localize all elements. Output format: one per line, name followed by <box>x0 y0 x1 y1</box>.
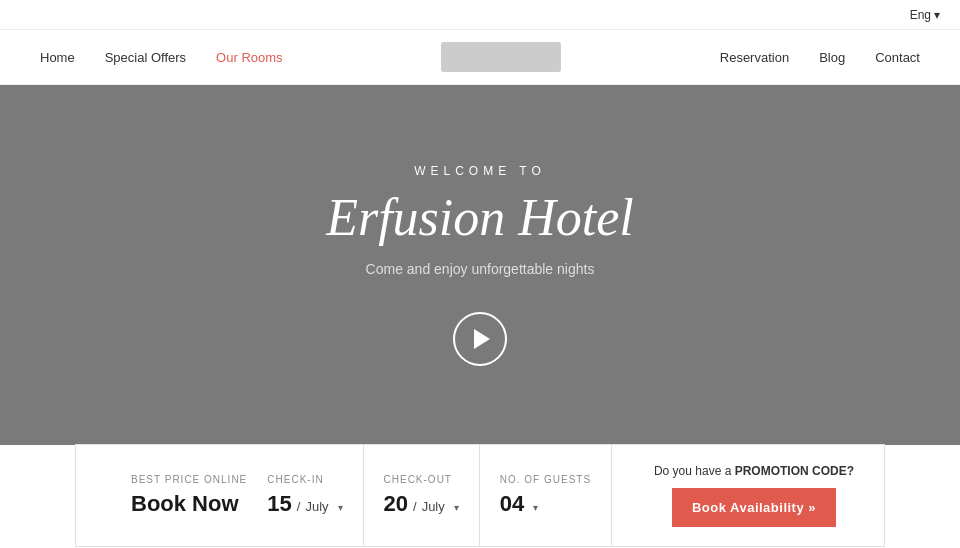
site-logo <box>441 42 561 72</box>
booking-bar: BEST PRICE ONLINE Book Now CHECK-IN 15 /… <box>75 444 885 547</box>
checkout-label: CHECK-OUT <box>384 474 459 485</box>
best-price-section: BEST PRICE ONLINE Book Now <box>106 445 247 546</box>
guests-count: 04 <box>500 491 524 517</box>
hero-subtitle: Come and enjoy unforgettable nights <box>366 261 595 277</box>
nav-link-blog[interactable]: Blog <box>819 50 845 65</box>
lang-arrow-icon: ▾ <box>934 8 940 22</box>
checkin-dropdown-arrow[interactable]: ▾ <box>338 502 343 513</box>
play-icon <box>474 329 490 349</box>
book-availability-button[interactable]: Book Availability » <box>672 488 836 527</box>
booking-cta: Do you have a PROMOTION CODE? Book Avail… <box>634 464 854 527</box>
main-nav: Home Special Offers Our Rooms Reservatio… <box>0 30 960 85</box>
promo-bold-text: PROMOTION CODE? <box>735 464 854 478</box>
checkout-month: July <box>422 499 445 514</box>
checkout-dropdown-arrow[interactable]: ▾ <box>454 502 459 513</box>
play-button[interactable] <box>453 312 507 366</box>
checkout-slash: / <box>413 499 417 514</box>
checkin-day: 15 <box>267 491 291 517</box>
guests-dropdown-arrow[interactable]: ▾ <box>533 502 538 513</box>
checkout-value: 20 / July ▾ <box>384 491 459 517</box>
best-price-label: BEST PRICE ONLINE <box>131 474 247 485</box>
book-now-text: Book Now <box>131 491 247 517</box>
hero-welcome: WELCOME TO <box>414 164 546 178</box>
nav-left: Home Special Offers Our Rooms <box>40 50 283 65</box>
lang-label: Eng <box>910 8 931 22</box>
promo-text: Do you have a PROMOTION CODE? <box>654 464 854 478</box>
guests-value: 04 ▾ <box>500 491 591 517</box>
guests-label: NO. OF GUESTS <box>500 474 591 485</box>
nav-link-our-rooms[interactable]: Our Rooms <box>216 50 282 65</box>
nav-link-reservation[interactable]: Reservation <box>720 50 789 65</box>
checkin-section: CHECK-IN 15 / July ▾ <box>247 445 363 546</box>
language-selector[interactable]: Eng ▾ <box>910 8 940 22</box>
checkout-section: CHECK-OUT 20 / July ▾ <box>364 445 480 546</box>
promo-plain-text: Do you have a <box>654 464 735 478</box>
checkin-slash: / <box>297 499 301 514</box>
hero-title: Erfusion Hotel <box>326 188 634 247</box>
top-bar: Eng ▾ <box>0 0 960 30</box>
checkin-month: July <box>305 499 328 514</box>
checkout-day: 20 <box>384 491 408 517</box>
nav-right: Reservation Blog Contact <box>720 50 920 65</box>
guests-section: NO. OF GUESTS 04 ▾ <box>480 445 612 546</box>
checkin-value: 15 / July ▾ <box>267 491 342 517</box>
nav-link-special-offers[interactable]: Special Offers <box>105 50 186 65</box>
hero-section: WELCOME TO Erfusion Hotel Come and enjoy… <box>0 85 960 445</box>
checkin-label: CHECK-IN <box>267 474 342 485</box>
nav-link-contact[interactable]: Contact <box>875 50 920 65</box>
nav-link-home[interactable]: Home <box>40 50 75 65</box>
